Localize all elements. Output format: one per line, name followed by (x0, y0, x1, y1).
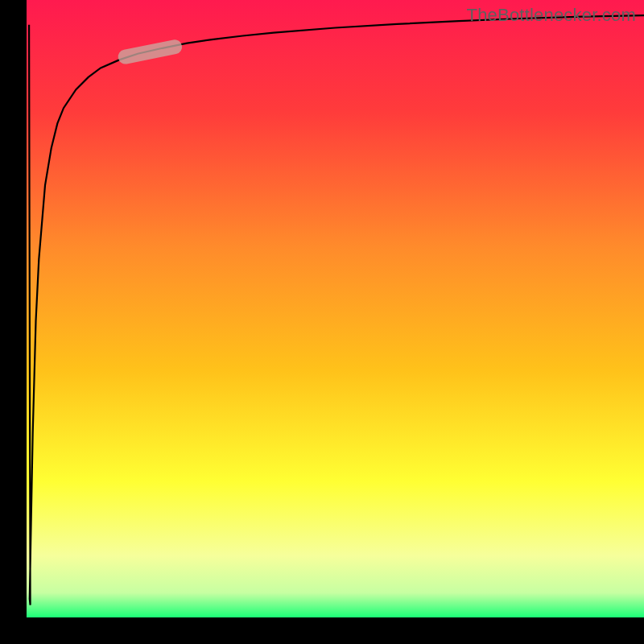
chart-frame-left (0, 0, 27, 644)
chart-svg (0, 0, 644, 644)
attribution-watermark: TheBottlenecker.com (467, 5, 636, 26)
curve-highlight-pill (126, 47, 175, 56)
chart-frame-bottom (0, 617, 644, 644)
chart-container: TheBottlenecker.com (0, 0, 644, 644)
chart-gradient-background (27, 0, 644, 617)
